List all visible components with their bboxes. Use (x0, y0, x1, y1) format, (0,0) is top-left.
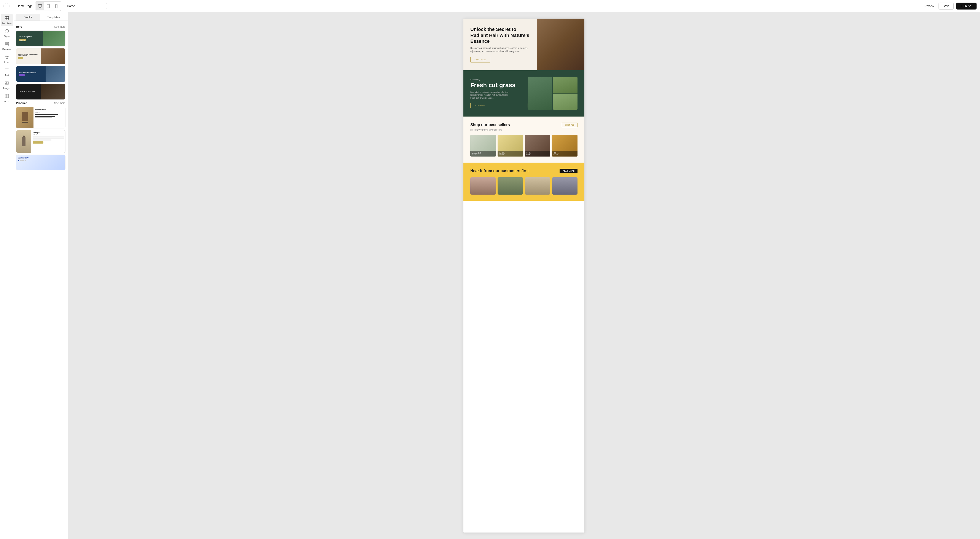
templates-icon (5, 16, 9, 21)
product-see-more[interactable]: See more (54, 102, 65, 105)
canvas-hero-cream-content: Unlock the Secret to Radiant Hair with N… (463, 19, 537, 70)
product-block-shampoo[interactable]: Shampoo $13.50 (16, 130, 65, 153)
canvas-hero-green-cta[interactable]: EXPLORE (470, 103, 528, 108)
svg-rect-5 (5, 16, 7, 18)
canvas-product-unscented[interactable]: Unscented $13.50 (470, 135, 496, 156)
hero-block-image-1 (43, 31, 65, 46)
sidebar-item-icons[interactable]: Icons (1, 53, 13, 65)
svg-rect-20 (7, 96, 9, 98)
canvas-testimonial-face-1 (470, 177, 496, 195)
sidebar-item-text[interactable]: Text (1, 66, 13, 78)
product-image-shampoo (16, 130, 31, 153)
canvas-hero-cream-cta[interactable]: SHOP NOW (470, 57, 490, 62)
templates-label: Templates (2, 22, 12, 25)
page-selector-label: Home (67, 4, 75, 8)
canvas-product-cedar[interactable]: Cedar $13.50 (525, 135, 550, 156)
svg-point-2 (48, 7, 48, 7)
images-icon (5, 81, 9, 86)
hero-block-label-4: The Secret To Rich Coffee (19, 91, 35, 92)
product-info-shampoo: Shampoo $13.50 (31, 130, 65, 153)
preview-button[interactable]: Preview (922, 4, 936, 8)
sidebar-item-elements[interactable]: Elements (1, 40, 13, 52)
product-section-title: Product (16, 101, 27, 105)
svg-rect-0 (38, 5, 42, 7)
product-block-french-roast[interactable]: French Roast $18.00 (16, 107, 65, 128)
sidebar-item-templates[interactable]: Templates (1, 14, 13, 26)
sidebar-item-apps[interactable]: Apps (1, 92, 13, 104)
text-icon (5, 68, 9, 73)
svg-rect-17 (5, 94, 7, 96)
icons-icon (5, 55, 9, 60)
hero-block-label-1: Fresh cut grass (19, 36, 32, 38)
canvas-hero-image-2a (553, 77, 578, 93)
product-image-shoes: Running Shoes Select your size (16, 155, 65, 170)
canvas-testimonials-cta[interactable]: READ MORE (560, 169, 578, 174)
tab-blocks[interactable]: Blocks (16, 14, 40, 21)
canvas-hero-image-2 (553, 77, 578, 110)
page-selector[interactable]: Home ⌄ (64, 3, 107, 9)
canvas-product-vanilla[interactable]: Vanilla $13.50 (498, 135, 523, 156)
canvas-product-citrus[interactable]: Citrus $13.50 (552, 135, 578, 156)
mobile-view-button[interactable] (52, 2, 60, 10)
back-button[interactable]: ← (3, 3, 10, 9)
hero-block-coffee[interactable]: The Secret To Rich Coffee (16, 84, 65, 100)
styles-icon (5, 29, 9, 34)
canvas-area[interactable]: Unlock the Secret to Radiant Hair with N… (68, 12, 980, 539)
hero-section-header: Hero See more (16, 25, 65, 28)
save-button[interactable]: Save (939, 3, 954, 10)
svg-point-16 (6, 82, 6, 83)
canvas-shop-all-button[interactable]: SHOP ALL (562, 123, 578, 128)
canvas-testimonials-faces (470, 177, 578, 195)
canvas-testimonial-face-3 (525, 177, 550, 195)
hero-block-radiant-hair[interactable]: Unlock the Secret to Radiant Hair with N… (16, 48, 65, 64)
svg-rect-18 (7, 94, 9, 96)
tab-templates[interactable]: Templates (41, 14, 66, 21)
hero-block-fresh-cut-grass[interactable]: Fresh cut grass EXPLORE (16, 30, 65, 46)
canvas-hero-image-2b (553, 94, 578, 110)
sidebar-item-styles[interactable]: Styles (1, 27, 13, 39)
publish-button[interactable]: Publish (956, 3, 977, 10)
page-canvas: Unlock the Secret to Radiant Hair with N… (463, 19, 584, 533)
main-layout: Templates Styles Elements Icons Text (0, 12, 980, 539)
canvas-product-label-citrus: Citrus $13.50 (552, 151, 578, 156)
canvas-hero-cream-image (537, 19, 584, 70)
canvas-product-label-vanilla: Vanilla $13.50 (498, 151, 523, 156)
canvas-hero-green-desc: Dive into the invigorating sensation of … (470, 91, 514, 100)
canvas-hero-green-label: Introducing (470, 78, 528, 81)
canvas-hero-cream: Unlock the Secret to Radiant Hair with N… (463, 19, 584, 70)
canvas-hero-green-title: Fresh cut grass (470, 82, 528, 89)
svg-rect-6 (7, 16, 9, 18)
canvas-testimonial-face-4 (552, 177, 578, 195)
canvas-shop-header: Shop our best sellers SHOP ALL (470, 123, 578, 128)
apps-icon (5, 94, 9, 99)
topbar-divider (13, 3, 13, 9)
page-title: Home Page (17, 4, 33, 8)
topbar: ← Home Page Home ⌄ Preview Save Publish (0, 0, 980, 12)
panel-body: Hero See more Fresh cut grass EXPLORE Un… (14, 21, 68, 539)
sidebar-item-images[interactable]: Images (1, 79, 13, 91)
svg-marker-14 (5, 55, 9, 59)
product-name-shampoo: Shampoo (33, 132, 64, 134)
canvas-hero-cream-title: Unlock the Secret to Radiant Hair with N… (470, 26, 530, 44)
product-block-running-shoes[interactable]: Running Shoes Select your size (16, 155, 65, 170)
tablet-view-button[interactable] (44, 2, 52, 10)
hero-section-title: Hero (16, 25, 22, 28)
canvas-testimonials-title: Hear it from our customers first (470, 169, 529, 173)
canvas-shop-title: Shop our best sellers (470, 123, 510, 127)
svg-rect-11 (5, 44, 7, 45)
product-info-french-roast: French Roast $18.00 (33, 107, 65, 128)
canvas-testimonial-face-2 (498, 177, 523, 195)
canvas-shop-subtitle: Discover your new favorite scent (470, 129, 578, 131)
hero-block-new-drink[interactable]: Your New Favorite Drink (16, 66, 65, 82)
canvas-testimonials-section: Hear it from our customers first READ MO… (463, 163, 584, 201)
hero-see-more[interactable]: See more (54, 25, 65, 28)
device-switcher (35, 1, 61, 11)
desktop-view-button[interactable] (36, 2, 44, 10)
canvas-product-label-unscented: Unscented $13.50 (470, 151, 496, 156)
panel-tabs: Blocks Templates (14, 12, 68, 21)
text-label: Text (5, 74, 9, 77)
canvas-hero-cream-subtitle: Discover our range of organic shampoos, … (470, 46, 530, 53)
back-icon: ← (5, 4, 8, 8)
svg-rect-10 (5, 42, 9, 43)
canvas-shop-section: Shop our best sellers SHOP ALL Discover … (463, 116, 584, 163)
